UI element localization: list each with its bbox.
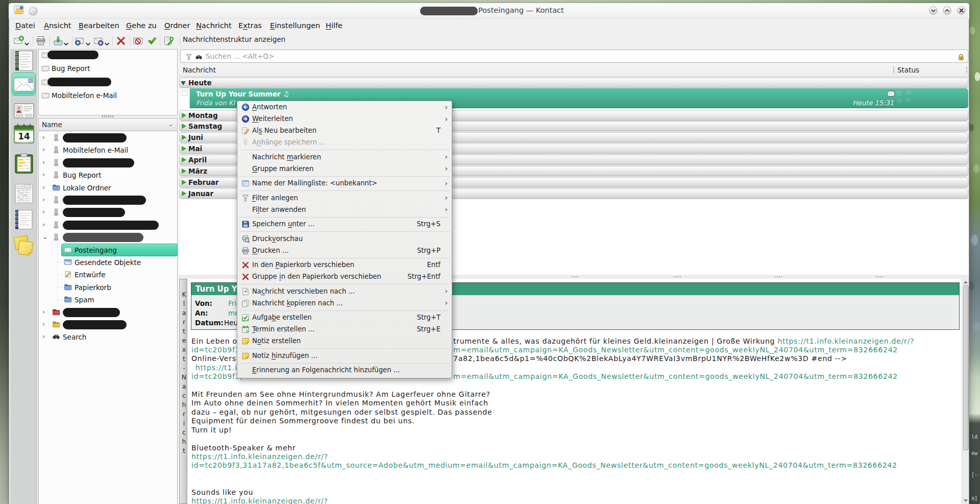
expander-collapsed-icon[interactable]: › <box>42 308 45 316</box>
splitter-handle[interactable] <box>775 276 782 277</box>
pin-knob-icon[interactable] <box>29 7 38 18</box>
column-status[interactable]: Status <box>897 66 919 74</box>
group-header-heute[interactable]: Heute <box>179 78 968 88</box>
create-followup-button[interactable] <box>163 34 174 47</box>
filter-funnel-icon[interactable] <box>185 53 192 63</box>
body-link[interactable]: m=email&utm_campaign=KA_Goods_Newsletter… <box>453 372 898 380</box>
menubar-item-extras[interactable]: Extras <box>238 21 262 30</box>
menu-item-name-der-mailingliste-unbekannt[interactable]: Name der Mailingliste: <unbekannt>› <box>237 178 452 189</box>
folder-list-header[interactable]: Name⌄ <box>38 118 178 131</box>
reply-button[interactable] <box>75 34 90 47</box>
menu-item-nachricht-verschieben-nach[interactable]: Nachricht verschieben nach ...› <box>237 286 452 298</box>
column-divider[interactable] <box>893 67 894 74</box>
menu-item-druckvorschau[interactable]: Druckvorschau <box>237 233 452 245</box>
menu-item-antworten[interactable]: Antworten› <box>237 102 452 113</box>
scroll-down-arrow[interactable] <box>964 499 968 502</box>
body-link[interactable]: https://t1.info.kleinanzeigen.de/r/? <box>777 337 914 345</box>
menu-item-nachricht-kopieren-nach[interactable]: Nachricht kopieren nach ...› <box>237 298 452 309</box>
folder-tree-item-entwürfe[interactable]: Entwürfe <box>39 269 177 281</box>
menubar-item-nachricht[interactable]: Nachricht <box>196 21 232 30</box>
minimize-button[interactable] <box>929 6 938 15</box>
menu-item-aufgabe-erstellen[interactable]: Aufgabe erstellenStrg+T <box>237 312 452 324</box>
body-link[interactable]: https://t1.in <box>195 364 242 372</box>
search-input[interactable]: Suchen ... <Alt+Q> <box>180 50 968 63</box>
menubar-item-bearbeiten[interactable]: Bearbeiten <box>79 21 119 30</box>
expander-collapsed-icon[interactable]: › <box>42 158 45 166</box>
lock-icon[interactable] <box>958 53 965 63</box>
menu-item-notiz-hinzufügen[interactable]: Notiz hinzufügen ... <box>237 350 452 362</box>
body-link[interactable]: https://t1.info.kleinanzeigen.de/r/? <box>191 452 328 461</box>
column-nachricht[interactable]: Nachricht <box>183 66 216 74</box>
menu-item-drucken[interactable]: Drucken ...Strg+P <box>237 245 452 257</box>
folder-tree-item-redacted[interactable]: › <box>39 319 177 331</box>
expander-collapsed-icon[interactable]: › <box>42 146 45 153</box>
new-message-button[interactable] <box>14 34 29 47</box>
menu-item-filter-anlegen[interactable]: Filter anlegen› <box>237 193 452 204</box>
folder-tree-item-redacted[interactable]: › <box>39 157 177 169</box>
sidebar-item-journal[interactable] <box>12 183 36 206</box>
favorite-folder-row[interactable]: Mobiltelefon e-Mail <box>39 89 177 102</box>
body-link[interactable]: id=tc20b9f3,31a17a82,1bea6c5f&utm_source… <box>191 461 897 469</box>
folder-tree-item-redacted[interactable]: › <box>39 206 177 219</box>
folder-tree-item-mobiltelefon-e-mail[interactable]: › Mobiltelefon e-Mail <box>39 144 177 156</box>
sidebar-item-mail[interactable] <box>12 73 36 98</box>
folder-tree-item-lokale-ordner[interactable]: › Lokale Ordner <box>39 182 177 194</box>
scroll-up-arrow[interactable] <box>964 281 968 283</box>
app-icon[interactable] <box>13 4 24 17</box>
menu-item-als-neu-bearbeiten[interactable]: Als Neu bearbeitenT <box>237 125 452 137</box>
menubar-item-einstellungen[interactable]: Einstellungen <box>270 21 320 30</box>
menubar-item-ansicht[interactable]: Ansicht <box>44 21 71 30</box>
sidebar-item-calendar[interactable]: 14 <box>12 123 36 147</box>
panel-splitter-handle[interactable] <box>102 115 114 117</box>
expander-collapsed-icon[interactable]: › <box>42 221 45 228</box>
menubar-item-datei[interactable]: Datei <box>15 21 35 30</box>
expander-collapsed-icon[interactable]: › <box>42 183 45 191</box>
folder-tree-item-gesendete-objekte[interactable]: Gesendete Objekte <box>39 256 177 269</box>
forward-button[interactable] <box>94 34 109 47</box>
splitter-handle[interactable] <box>876 276 883 277</box>
scrollbar-thumb[interactable] <box>963 285 969 450</box>
splitter-handle[interactable] <box>572 276 579 277</box>
sidebar-item-todo-list[interactable] <box>12 153 36 176</box>
message-list-header[interactable]: NachrichtStatus <box>179 63 969 77</box>
expander-collapsed-icon[interactable]: › <box>42 196 45 203</box>
message-structure-toggle[interactable]: Nachrichtenstruktur anzeigen <box>183 35 285 43</box>
splitter-handle[interactable] <box>674 276 681 277</box>
expander-expanded-icon[interactable]: ⌄ <box>42 233 47 241</box>
folder-tree-item-bug-report[interactable]: › Bug Report <box>39 169 177 181</box>
menu-item-anhänge-speichern[interactable]: Anhänge speichern ... <box>237 137 452 149</box>
menubar-item-hilfe[interactable]: Hilfe <box>326 21 342 30</box>
menubar-item-gehe-zu[interactable]: Gehe zu <box>126 21 157 30</box>
sidebar-item-contacts[interactable] <box>12 100 36 124</box>
mark-spam-button[interactable] <box>133 34 143 47</box>
body-link[interactable]: https://t1.info.kleinanzeigen.de/r/? <box>191 497 328 504</box>
delete-button[interactable] <box>116 34 126 47</box>
menu-item-termin-erstellen[interactable]: Termin erstellen ...Strg+E <box>237 324 452 335</box>
menubar-item-ordner[interactable]: Ordner <box>164 21 190 30</box>
check-mail-button[interactable] <box>53 34 68 47</box>
expander-collapsed-icon[interactable]: › <box>42 133 45 141</box>
folder-tree-item-redacted[interactable]: › <box>39 194 177 206</box>
print-button[interactable] <box>36 34 46 47</box>
folder-tree-item-spam[interactable]: Spam <box>39 294 177 306</box>
menu-item-speichern-unter[interactable]: Speichern unter ...Strg+S <box>237 219 452 230</box>
menu-item-erinnerung-an-folgenachricht-hinzufügen[interactable]: Erinnerung an Folgenachricht hinzufügen … <box>237 365 452 376</box>
folder-tree-item-redacted[interactable]: › <box>39 132 177 144</box>
sidebar-item-notes[interactable] <box>12 209 36 232</box>
folder-tree-item-redacted[interactable]: › <box>39 219 177 231</box>
favorite-folder-row[interactable] <box>39 49 177 62</box>
menu-item-nachricht-markieren[interactable]: Nachricht markieren› <box>237 152 452 163</box>
menu-item-weiterleiten[interactable]: Weiterleiten› <box>237 113 452 125</box>
expander-collapsed-icon[interactable]: › <box>42 332 45 340</box>
binoculars-search-icon[interactable] <box>195 53 203 63</box>
close-button[interactable] <box>957 6 966 15</box>
folder-tree-item-papierkorb[interactable]: Papierkorb <box>39 281 177 294</box>
folder-tree-item-search[interactable]: › Search <box>39 331 177 343</box>
folder-tree-item-posteingang[interactable]: Posteingang <box>39 244 177 256</box>
menu-item-notiz-erstellen[interactable]: Notiz erstellen <box>237 335 452 347</box>
favorite-folder-row[interactable] <box>39 76 177 89</box>
folder-tree-item-redacted[interactable]: › <box>39 306 177 319</box>
body-link[interactable]: id=tc20b9f3, <box>191 372 242 380</box>
sidebar-item-summary[interactable] <box>12 50 36 74</box>
expander-collapsed-icon[interactable]: › <box>42 208 45 215</box>
